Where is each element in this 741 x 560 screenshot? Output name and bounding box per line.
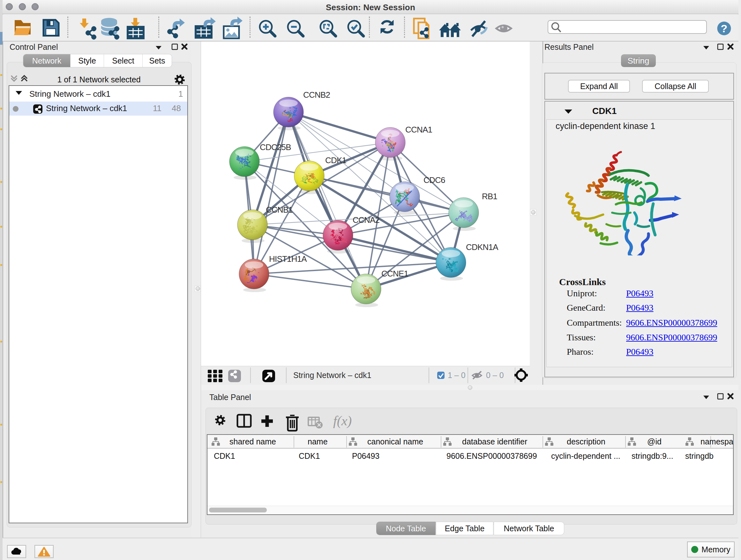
svg-text:shared name: shared name: [229, 437, 276, 446]
svg-text:name: name: [308, 437, 328, 446]
svg-text:f(x): f(x): [333, 414, 352, 428]
svg-text:CCNB1: CCNB1: [266, 205, 293, 214]
svg-text:database identifier: database identifier: [462, 437, 527, 446]
svg-text:?: ?: [721, 22, 728, 35]
svg-text:description: description: [567, 437, 605, 446]
svg-text:CCNA2: CCNA2: [353, 215, 380, 225]
svg-text:RB1: RB1: [482, 192, 497, 201]
svg-text:CDC6: CDC6: [423, 175, 445, 185]
svg-text:@id: @id: [647, 437, 662, 446]
svg-text:canonical name: canonical name: [367, 437, 423, 446]
svg-text:1 – 0: 1 – 0: [448, 371, 466, 380]
svg-text:HIST1H1A: HIST1H1A: [269, 254, 307, 264]
svg-text:CCNA1: CCNA1: [405, 125, 432, 134]
svg-text:CCNE1: CCNE1: [381, 269, 408, 278]
svg-text:0 – 0: 0 – 0: [486, 371, 504, 380]
svg-text:CDK1: CDK1: [325, 155, 346, 165]
svg-text:CDKN1A: CDKN1A: [466, 242, 498, 252]
svg-text:namespace: namespace: [700, 437, 733, 446]
svg-text:String Network – cdk1: String Network – cdk1: [293, 371, 372, 380]
svg-text:CDC25B: CDC25B: [260, 142, 291, 152]
svg-text:CCNB2: CCNB2: [303, 90, 330, 100]
